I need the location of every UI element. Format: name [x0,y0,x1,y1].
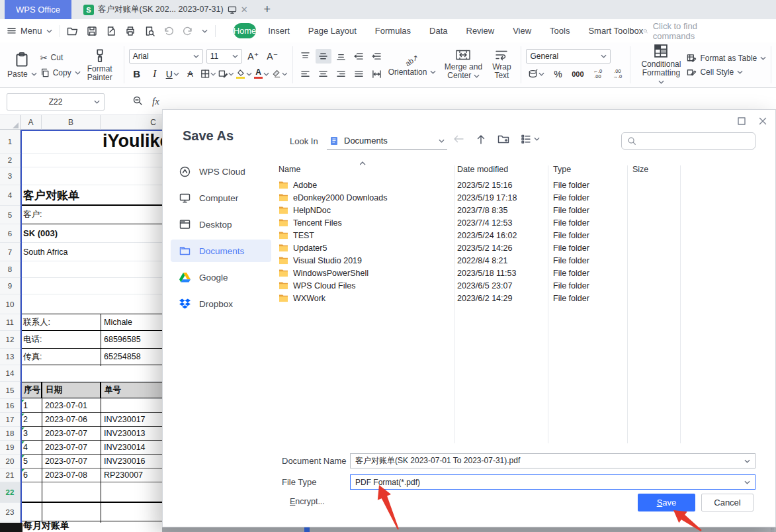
name-box[interactable]: Z22 [7,93,105,111]
dialog-maximize-icon[interactable] [737,116,746,126]
file-row[interactable]: HelpNDoc 2023/7/8 8:35 File folder [275,204,732,216]
decrease-indent-button[interactable] [351,49,367,64]
increase-indent-button[interactable] [369,49,385,64]
file-row[interactable]: Tencent Files 2023/7/4 12:53 File folder [275,216,732,229]
column-header-a[interactable]: A [21,115,42,130]
look-in-select[interactable]: Documents [327,132,447,150]
tab-home[interactable]: Home [234,23,257,38]
resize-grip[interactable]: ⠿ [770,527,774,532]
select-all-corner[interactable] [0,115,21,130]
list-header-type[interactable]: Type [553,165,571,174]
new-folder-icon[interactable] [497,134,509,144]
tab-page-layout[interactable]: Page Layout [308,26,357,36]
monthly-statement-cell[interactable]: 每月对账单 [23,521,69,531]
paste-button[interactable]: Paste [4,52,40,79]
decrease-font-button[interactable]: A⁻ [265,49,280,64]
document-name-input[interactable]: 客户对账单(SK 2023-07-01 To 2023-07-31).pdf [350,453,755,468]
fill-color-button[interactable] [236,67,252,81]
customer-country-cell[interactable]: South Africa [21,243,101,261]
export-icon[interactable] [106,26,116,36]
open-file-icon[interactable] [67,26,78,36]
command-search[interactable]: Click to find commands [643,21,700,41]
device-sync-icon[interactable] [228,6,237,14]
sidebar-item-computer[interactable]: Computer [171,187,271,209]
align-right-button[interactable] [333,67,349,81]
view-options-icon[interactable] [521,134,540,144]
statement-heading-cell[interactable]: 客户对账单 [23,185,79,205]
align-top-button[interactable] [298,49,314,64]
tab-insert[interactable]: Insert [268,26,290,36]
sidebar-item-wps-cloud[interactable]: WPS Cloud [171,160,271,183]
wrap-text-button[interactable]: Wrap Text [487,50,516,80]
wps-office-tab[interactable]: WPS Office [5,0,71,19]
print-preview-icon[interactable] [144,26,155,36]
borders-button[interactable] [200,67,216,81]
tab-review[interactable]: Review [466,26,495,36]
thousands-separator-button[interactable]: 000 [570,67,585,81]
undo-icon[interactable] [163,26,174,36]
align-bottom-button[interactable] [333,49,349,64]
format-cells-button[interactable] [218,67,234,81]
back-icon[interactable] [453,134,464,144]
list-header-name[interactable]: Name [279,165,300,174]
encrypt-link[interactable]: Encrypt... [290,497,325,506]
cancel-button[interactable]: Cancel [701,494,754,511]
up-folder-icon[interactable] [476,134,486,145]
justify-button[interactable] [351,67,367,81]
tab-formulas[interactable]: Formulas [375,26,411,36]
cell-style-button[interactable]: Cell Style [687,67,766,77]
distribute-button[interactable] [369,67,385,81]
customer-code-cell[interactable]: SK (003) [21,224,101,242]
font-size-select[interactable]: 11 [206,49,242,64]
tab-smart-toolbox[interactable]: Smart Toolbox [588,26,643,36]
increase-font-button[interactable]: A⁺ [245,49,261,64]
more-commands-icon[interactable] [202,29,208,33]
tab-tools[interactable]: Tools [550,26,570,36]
sidebar-item-google[interactable]: Google [171,266,271,288]
new-tab-button[interactable]: + [264,3,271,17]
file-row[interactable]: WPS Cloud Files 2023/6/5 23:07 File fold… [275,279,732,292]
conditional-formatting-button[interactable]: Conditional Formatting [635,44,687,86]
eraser-button[interactable] [272,67,288,81]
decrease-decimal-button[interactable]: ←.0 .00 [589,67,605,81]
close-tab-icon[interactable]: ✕ [241,5,248,15]
file-row[interactable]: Visual Studio 2019 2022/8/4 8:21 File fo… [275,254,732,267]
file-type-select[interactable]: PDF Format(*.pdf) [350,474,755,490]
format-as-table-button[interactable]: Format as Table [687,54,766,63]
document-tab[interactable]: S 客户对账单(SK 202... 2023-07-31) ✕ [77,0,255,19]
list-header-date[interactable]: Date modified [457,165,508,174]
tab-view[interactable]: View [513,26,531,36]
underline-button[interactable]: U [165,67,181,81]
list-header-size[interactable]: Size [632,165,648,174]
dialog-search-input[interactable] [621,132,755,150]
align-left-button[interactable] [298,67,314,81]
file-row[interactable]: TEST 2023/5/24 16:02 File folder [275,229,732,242]
sidebar-item-documents[interactable]: Documents [171,240,271,262]
menu-button[interactable]: Menu [7,26,52,36]
strikethrough-button[interactable]: A [183,67,198,81]
file-row[interactable]: WXWork 2023/6/2 14:29 File folder [275,292,732,304]
orientation-button[interactable]: ab↗ Orientation [385,54,440,77]
company-title-cell[interactable]: iYoulike [103,130,170,153]
align-center-button[interactable] [316,67,331,81]
cut-button[interactable]: ✂Cut [40,53,81,63]
sidebar-item-desktop[interactable]: Desktop [171,213,271,236]
bold-button[interactable]: B [129,67,145,81]
font-name-select[interactable]: Arial [129,49,203,64]
percent-button[interactable]: % [550,67,566,81]
zoom-icon[interactable] [132,95,143,106]
file-row[interactable]: eDonkey2000 Downloads 2023/5/19 17:18 Fi… [275,191,732,204]
tab-data[interactable]: Data [429,26,447,36]
font-color-button[interactable]: A [254,67,270,81]
redo-icon[interactable] [183,26,193,36]
column-header-b[interactable]: B [42,115,101,130]
print-icon[interactable] [125,26,136,36]
sidebar-item-dropbox[interactable]: Dropbox [171,292,271,315]
align-middle-button[interactable] [316,49,331,64]
merge-and-center-button[interactable]: Merge and Center [439,50,487,80]
file-row[interactable]: Adobe 2023/5/2 15:16 File folder [275,179,732,191]
increase-decimal-button[interactable]: .00 →.0 [609,67,625,81]
save-icon[interactable] [87,26,97,36]
dialog-close-icon[interactable] [758,116,767,126]
format-painter-button[interactable]: Format Painter [81,48,119,82]
